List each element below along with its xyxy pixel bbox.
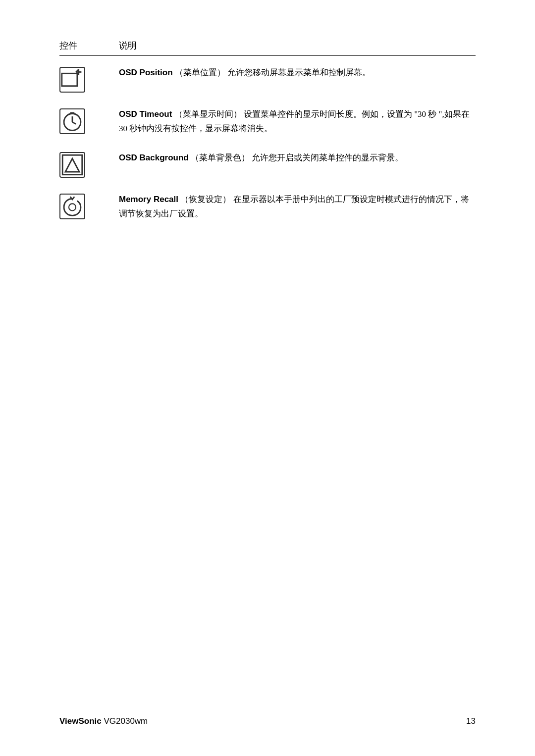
col-control-header: 控件 <box>59 40 119 51</box>
memory-recall-title-en: Memory Recall <box>119 195 178 204</box>
svg-line-7 <box>72 122 76 124</box>
osd-position-desc-text: 允许您移动屏幕显示菜单和控制屏幕。 <box>227 68 371 77</box>
table-row: OSD Background （菜单背景色） 允许您开启或关闭菜单控件的显示背景… <box>59 151 476 178</box>
svg-point-11 <box>69 203 76 210</box>
memory-recall-title-cn: （恢复设定） <box>180 195 231 204</box>
osd-background-title-cn: （菜单背景色） <box>191 153 250 162</box>
osd-timeout-icon-cell <box>59 107 119 134</box>
footer-brand: ViewSonic VG2030wm <box>59 716 148 726</box>
osd-timeout-icon <box>59 108 85 134</box>
table-rows: OSD Position （菜单位置） 允许您移动屏幕显示菜单和控制屏幕。 <box>59 66 476 221</box>
osd-timeout-title-en: OSD Timeout <box>119 109 172 119</box>
osd-timeout-svg <box>60 109 84 133</box>
table-header: 控件 说明 <box>59 40 476 56</box>
osd-position-icon <box>59 67 85 93</box>
memory-recall-svg <box>60 195 84 218</box>
osd-position-description: OSD Position （菜单位置） 允许您移动屏幕显示菜单和控制屏幕。 <box>119 66 476 80</box>
memory-recall-icon-cell <box>59 193 119 219</box>
osd-position-title-cn: （菜单位置） <box>175 68 225 77</box>
svg-rect-0 <box>62 73 77 86</box>
page-content: 控件 说明 OSD Position （ <box>0 0 535 756</box>
osd-timeout-desc-text: 设置菜单控件的显示时间长度。例如，设置为 "30 秒 ",如果在 30 秒钟内没… <box>119 109 470 133</box>
osd-background-title-en: OSD Background <box>119 153 189 162</box>
memory-recall-icon <box>59 194 85 219</box>
osd-background-desc-text: 允许您开启或关闭菜单控件的显示背景。 <box>252 153 403 162</box>
osd-timeout-title-cn: （菜单显示时间） <box>174 109 242 119</box>
osd-background-icon <box>59 152 85 178</box>
svg-marker-10 <box>65 158 79 172</box>
footer-model: VG2030wm <box>104 716 148 726</box>
footer-brand-name: ViewSonic <box>59 716 102 726</box>
footer-page-number: 13 <box>466 716 476 726</box>
osd-position-icon-cell <box>59 66 119 93</box>
table-row: OSD Timeout （菜单显示时间） 设置菜单控件的显示时间长度。例如，设置… <box>59 107 476 136</box>
osd-position-title-en: OSD Position <box>119 68 173 77</box>
footer: ViewSonic VG2030wm 13 <box>59 716 476 726</box>
table-row: OSD Position （菜单位置） 允许您移动屏幕显示菜单和控制屏幕。 <box>59 66 476 93</box>
col-description-header: 说明 <box>119 40 137 51</box>
table-row: Memory Recall （恢复设定） 在显示器以本手册中列出的工厂预设定时模… <box>59 193 476 221</box>
osd-background-description: OSD Background （菜单背景色） 允许您开启或关闭菜单控件的显示背景… <box>119 151 476 165</box>
osd-background-svg <box>60 153 84 177</box>
osd-position-svg <box>60 68 84 92</box>
osd-timeout-description: OSD Timeout （菜单显示时间） 设置菜单控件的显示时间长度。例如，设置… <box>119 107 476 136</box>
memory-recall-description: Memory Recall （恢复设定） 在显示器以本手册中列出的工厂预设定时模… <box>119 193 476 221</box>
osd-background-icon-cell <box>59 151 119 178</box>
